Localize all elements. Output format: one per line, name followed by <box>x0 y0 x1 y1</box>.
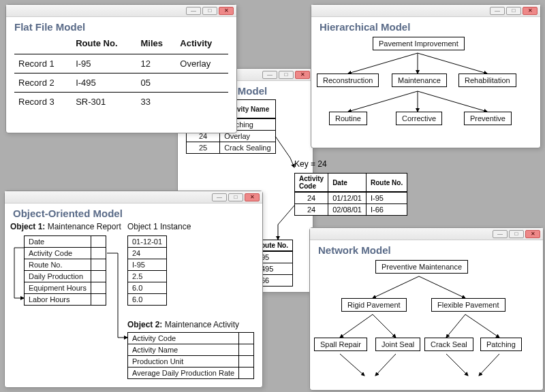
svg-line-12 <box>340 354 364 376</box>
maximize-icon[interactable]: □ <box>506 7 521 15</box>
oo-window: — □ ✕ Object-Oriented Model Object 1: Ma… <box>4 191 263 388</box>
table-row: 2402/08/01I-66 <box>295 204 407 216</box>
net-root: Preventive Maintenance <box>375 260 468 274</box>
instance-values: 01-12-01 24 I-95 2.5 6.0 6.0 <box>127 235 167 306</box>
net-connectors <box>310 259 535 385</box>
obj1-fields: Date Activity Code Route No. Daily Produ… <box>24 235 106 306</box>
flatfile-table: Route No. Miles Activity Record 1I-9512O… <box>14 35 228 111</box>
svg-line-3 <box>348 91 418 112</box>
window-title: Network Model <box>310 240 543 259</box>
network-window: — □ ✕ Network Model Preventive Maintenan… <box>309 227 544 391</box>
col-header: Date <box>328 174 367 193</box>
close-icon[interactable]: ✕ <box>523 7 538 15</box>
net-node: Flexible Pavement <box>431 298 505 312</box>
obj1-name: Maintenance Report <box>48 222 121 231</box>
flatfile-content: Route No. Miles Activity Record 1I-9512O… <box>6 35 236 118</box>
minimize-icon[interactable]: — <box>262 71 277 79</box>
minimize-icon[interactable]: — <box>186 7 201 15</box>
minimize-icon[interactable]: — <box>212 193 227 201</box>
hier-root: Pavement Improvement <box>373 37 465 50</box>
svg-line-10 <box>446 314 465 338</box>
table-row: 2401/12/01I-95 <box>295 192 407 204</box>
titlebar: — □ ✕ <box>5 191 262 203</box>
obj2-name: Maintenance Activity <box>165 320 239 329</box>
minimize-icon[interactable]: — <box>493 230 508 238</box>
window-title: Flat File Model <box>6 17 236 35</box>
svg-line-9 <box>373 314 396 338</box>
titlebar: — □ ✕ <box>311 5 540 17</box>
col-header <box>14 35 72 54</box>
window-title: Hierarchical Model <box>311 17 540 35</box>
maximize-icon[interactable]: □ <box>509 230 524 238</box>
titlebar: — □ ✕ <box>6 5 236 17</box>
hier-node: Maintenance <box>392 74 447 87</box>
titlebar: — □ ✕ <box>310 228 543 240</box>
net-node: Joint Seal <box>375 338 420 351</box>
net-node: Spall Repair <box>314 338 367 351</box>
obj2-label: Object 2: <box>127 320 162 329</box>
hier-connectors <box>311 35 529 142</box>
table-row: Record 2I-49505 <box>14 74 228 93</box>
network-content: Preventive Maintenance Rigid Pavement Fl… <box>310 259 543 385</box>
key-label: Key = 24 <box>294 159 327 169</box>
close-icon[interactable]: ✕ <box>525 230 540 238</box>
table-row: Record 1I-9512Overlay <box>14 54 228 74</box>
flatfile-window: — □ ✕ Flat File Model Route No. Miles Ac… <box>5 4 237 133</box>
hier-node: Rehabilitation <box>458 74 516 87</box>
close-icon[interactable]: ✕ <box>245 193 260 201</box>
obj2-fields: Activity Code Activity Name Production U… <box>127 332 254 379</box>
hierarchical-content: Pavement Improvement Reconstruction Main… <box>311 35 540 142</box>
svg-line-7 <box>419 276 465 298</box>
svg-line-11 <box>465 314 499 338</box>
col-header: Route No. <box>72 35 136 54</box>
obj1-label: Object 1: <box>10 222 45 231</box>
net-node: Rigid Pavement <box>341 298 407 312</box>
net-node: Patching <box>480 338 522 351</box>
net-node: Crack Seal <box>424 338 473 351</box>
close-icon[interactable]: ✕ <box>219 7 234 15</box>
window-title: Object-Oriented Model <box>5 203 262 222</box>
table-row: 25Crack Sealing <box>187 142 276 154</box>
maximize-icon[interactable]: □ <box>279 71 294 79</box>
col-header: Miles <box>137 35 176 54</box>
col-header: Activity Code <box>295 174 328 193</box>
maximize-icon[interactable]: □ <box>202 7 217 15</box>
hier-node: Reconstruction <box>317 74 379 87</box>
oo-content: Object 1: Maintenance Report Date Activi… <box>5 222 262 378</box>
svg-line-8 <box>340 314 373 338</box>
svg-line-6 <box>373 276 419 298</box>
svg-line-14 <box>446 354 468 376</box>
instance-label: Object 1 Instance <box>127 222 191 231</box>
hierarchical-window: — □ ✕ Hierarchical Model Pavement Improv… <box>311 4 541 148</box>
col-header: Route No. <box>366 174 407 193</box>
date-route-table: Activity Code Date Route No. 2401/12/01I… <box>294 173 407 216</box>
maximize-icon[interactable]: □ <box>228 193 243 201</box>
svg-line-2 <box>418 53 487 74</box>
hier-node: Corrective <box>396 112 442 125</box>
hier-node: Preventive <box>464 112 512 125</box>
close-icon[interactable]: ✕ <box>295 71 310 79</box>
hier-node: Routine <box>329 112 367 125</box>
svg-line-0 <box>348 53 418 74</box>
svg-line-15 <box>479 354 499 376</box>
svg-line-5 <box>418 91 487 112</box>
col-header: Activity <box>176 35 228 54</box>
svg-line-13 <box>375 354 396 376</box>
minimize-icon[interactable]: — <box>490 7 505 15</box>
table-row: Record 3SR-30133 <box>14 93 228 112</box>
